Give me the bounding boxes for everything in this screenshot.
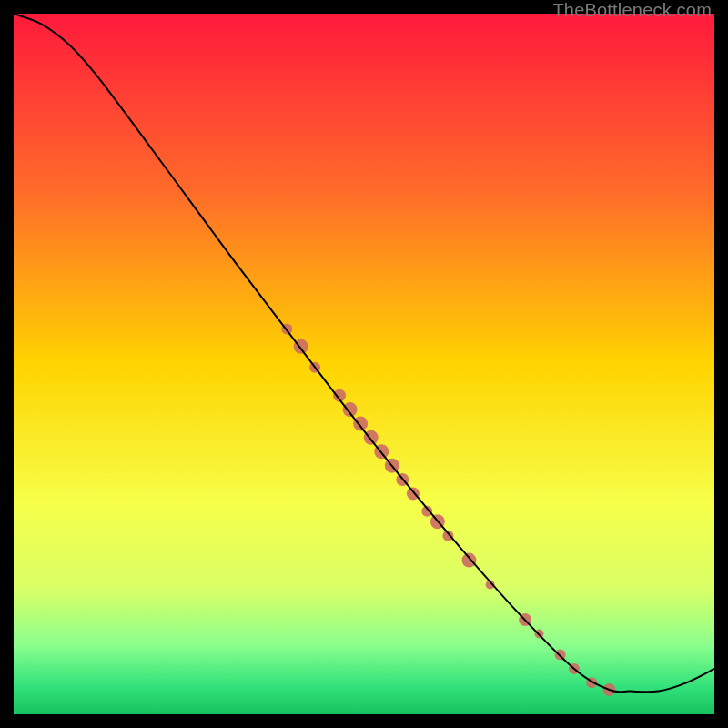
data-point (343, 402, 358, 417)
data-point (462, 553, 477, 568)
data-point (353, 416, 368, 430)
watermark-text: TheBottleneck.com (552, 0, 712, 21)
gradient-background (14, 14, 714, 714)
data-point (442, 531, 453, 541)
chart-plot (14, 14, 714, 714)
chart-frame: TheBottleneck.com (0, 0, 728, 728)
